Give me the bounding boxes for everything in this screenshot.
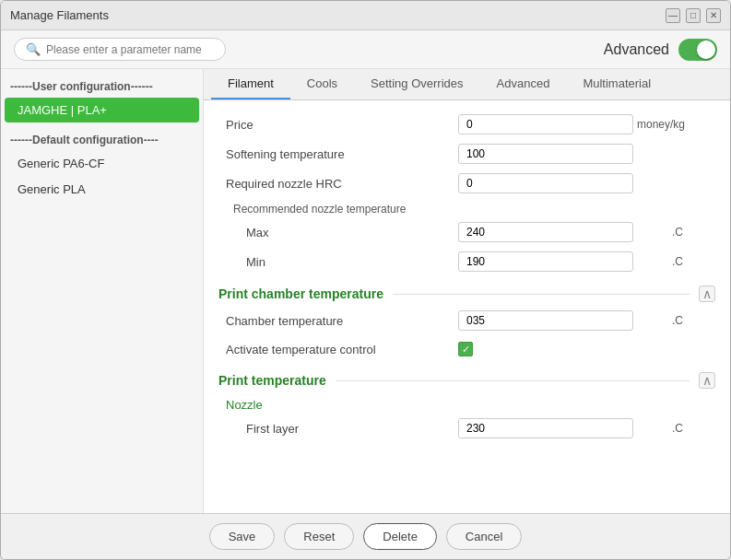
- chamber-temp-input-wrapper: .C: [458, 310, 715, 331]
- main-content: ------User configuration------ JAMGHE | …: [1, 69, 730, 513]
- user-config-header: ------User configuration------: [1, 76, 203, 97]
- required-nozzle-hrc-input-wrapper: [458, 173, 715, 193]
- max-input[interactable]: [458, 222, 633, 242]
- search-wrapper[interactable]: 🔍: [14, 38, 226, 61]
- save-button[interactable]: Save: [209, 523, 276, 550]
- tab-setting-overrides[interactable]: Setting Overrides: [354, 69, 479, 99]
- price-row: Price money/kg: [218, 110, 715, 139]
- first-layer-input-wrapper: .C: [458, 418, 715, 438]
- activate-temp-checkbox[interactable]: ✓: [458, 342, 473, 356]
- collapse-print-temp-btn[interactable]: ∧: [699, 372, 715, 389]
- bottom-bar: Save Reset Delete Cancel: [1, 513, 730, 559]
- activate-temp-label: Activate temperature control: [218, 343, 458, 356]
- tab-cools[interactable]: Cools: [290, 69, 354, 99]
- min-input-wrapper: .C: [458, 251, 715, 272]
- softening-temp-label: Softening temperature: [218, 147, 458, 161]
- min-label: Min: [218, 255, 458, 269]
- advanced-toggle-area: Advanced: [604, 39, 717, 61]
- form-area: Price money/kg Softening temperature Req…: [204, 100, 730, 513]
- softening-temp-input[interactable]: [458, 144, 633, 164]
- sidebar-item-generic-pa6-cf[interactable]: Generic PA6-CF: [5, 151, 199, 176]
- first-layer-unit: .C: [637, 422, 683, 435]
- print-chamber-section-divider: Print chamber temperature ∧: [218, 276, 715, 306]
- toggle-knob: [697, 41, 715, 59]
- divider-line: [393, 294, 690, 295]
- sidebar: ------User configuration------ JAMGHE | …: [1, 69, 204, 513]
- close-button[interactable]: ✕: [706, 8, 721, 23]
- activate-temp-input-wrapper: ✓: [458, 342, 715, 356]
- price-unit: money/kg: [637, 118, 685, 131]
- recommended-nozzle-label: Recommended nozzle temperature: [226, 199, 406, 217]
- reset-button[interactable]: Reset: [284, 523, 354, 550]
- max-unit: .C: [637, 226, 683, 239]
- max-input-wrapper: .C: [458, 222, 715, 242]
- content-area: Filament Cools Setting Overrides Advance…: [204, 69, 730, 513]
- sidebar-item-jamghe-pla[interactable]: JAMGHE | PLA+: [5, 98, 199, 122]
- price-label: Price: [218, 118, 458, 132]
- tabs: Filament Cools Setting Overrides Advance…: [204, 69, 730, 100]
- collapse-chamber-btn[interactable]: ∧: [699, 286, 715, 302]
- maximize-button[interactable]: □: [686, 8, 701, 23]
- min-input[interactable]: [458, 251, 633, 272]
- price-input[interactable]: [458, 114, 633, 134]
- tab-filament[interactable]: Filament: [211, 69, 290, 99]
- chamber-temp-label: Chamber temperature: [218, 314, 458, 328]
- chamber-temp-input[interactable]: [458, 310, 633, 331]
- max-label: Max: [218, 226, 458, 239]
- print-chamber-section-label: Print chamber temperature: [218, 286, 383, 301]
- search-icon: 🔍: [26, 42, 41, 56]
- advanced-label: Advanced: [604, 41, 669, 58]
- activate-temp-checkbox-wrapper[interactable]: ✓: [458, 342, 473, 356]
- default-config-header: ------Default configuration----: [1, 130, 203, 150]
- min-row: Min .C: [218, 247, 715, 276]
- min-unit: .C: [637, 255, 683, 268]
- max-row: Max .C: [218, 217, 715, 247]
- first-layer-input[interactable]: [458, 418, 633, 438]
- cancel-button[interactable]: Cancel: [446, 523, 522, 550]
- softening-temp-input-wrapper: [458, 144, 715, 164]
- price-input-wrapper: money/kg: [458, 114, 715, 134]
- print-temp-section-divider: Print temperature ∧: [218, 363, 715, 392]
- main-window: Manage Filaments — □ ✕ 🔍 Advanced ------…: [0, 0, 731, 560]
- sidebar-item-generic-pla[interactable]: Generic PLA: [5, 177, 199, 202]
- required-nozzle-hrc-label: Required nozzle HRC: [218, 177, 458, 191]
- chamber-temp-unit: .C: [637, 314, 683, 327]
- search-input[interactable]: [46, 43, 214, 56]
- delete-button[interactable]: Delete: [363, 523, 437, 550]
- window-controls: — □ ✕: [666, 8, 721, 23]
- first-layer-row: First layer .C: [218, 414, 715, 443]
- divider-line-2: [336, 380, 690, 381]
- activate-temp-row: Activate temperature control ✓: [218, 335, 715, 363]
- required-nozzle-hrc-input[interactable]: [458, 173, 633, 193]
- tab-multimaterial[interactable]: Multimaterial: [566, 69, 667, 99]
- tab-advanced[interactable]: Advanced: [480, 69, 567, 99]
- first-layer-label: First layer: [218, 422, 458, 436]
- advanced-toggle-switch[interactable]: [678, 39, 717, 61]
- title-bar: Manage Filaments — □ ✕: [1, 1, 730, 30]
- print-temp-section-label: Print temperature: [218, 373, 326, 388]
- minimize-button[interactable]: —: [666, 8, 680, 23]
- nozzle-sub-section-label: Nozzle: [218, 392, 715, 414]
- window-title: Manage Filaments: [10, 8, 109, 22]
- required-nozzle-hrc-row: Required nozzle HRC: [218, 169, 715, 198]
- softening-temp-row: Softening temperature: [218, 139, 715, 169]
- chamber-temp-row: Chamber temperature .C: [218, 306, 715, 335]
- search-bar: 🔍 Advanced: [1, 30, 730, 69]
